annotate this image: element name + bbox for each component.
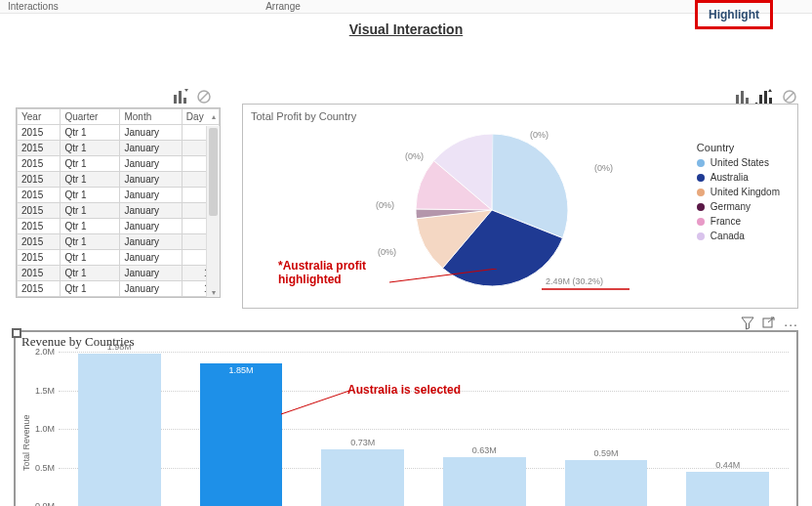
table-row[interactable]: 2015Qtr 1January10 xyxy=(18,266,220,281)
pie-slice-label: (0%) xyxy=(405,151,424,161)
table-row[interactable]: 2015Qtr 1January4 xyxy=(18,172,220,188)
bar-chart-visual[interactable]: Revenue by Countries 0.0M0.5M1.0M1.5M2.0… xyxy=(14,330,798,506)
bar[interactable]: 0.44M xyxy=(686,472,769,506)
bar-data-label: 0.63M xyxy=(443,445,526,455)
ribbon-tab-arrange[interactable]: Arrange xyxy=(137,0,429,13)
svg-line-16 xyxy=(281,391,349,414)
svg-rect-5 xyxy=(736,95,739,104)
svg-line-12 xyxy=(786,93,793,101)
bar-data-label: 1.98M xyxy=(78,342,161,352)
legend-item[interactable]: United States xyxy=(697,157,780,168)
svg-rect-0 xyxy=(174,95,177,104)
table-header[interactable]: Month xyxy=(120,109,182,125)
y-tick: 1.5M xyxy=(21,386,55,396)
pie-slice-label: (0%) xyxy=(594,163,613,173)
ribbon-tab-interactions[interactable]: Interactions xyxy=(0,0,137,13)
table-row[interactable]: 2015Qtr 1January6 xyxy=(18,203,220,219)
bar-data-label: 0.44M xyxy=(686,460,769,470)
filter-mode-icon[interactable] xyxy=(172,88,189,105)
table-row[interactable]: 2015Qtr 1January12 xyxy=(18,297,220,299)
pie-legend: Country United StatesAustraliaUnited Kin… xyxy=(697,142,780,245)
pie-slice-label: (0%) xyxy=(376,200,394,210)
table-header[interactable]: Quarter xyxy=(61,109,120,125)
svg-rect-2 xyxy=(183,98,186,104)
table-row[interactable]: 2015Qtr 1January11 xyxy=(18,281,220,297)
legend-item[interactable]: France xyxy=(697,216,780,227)
bar[interactable]: 0.63M xyxy=(443,457,526,506)
bar[interactable]: 1.85M xyxy=(200,363,283,506)
table-row[interactable]: 2015Qtr 1January3 xyxy=(18,156,220,172)
y-tick: 0.0M xyxy=(21,501,55,506)
none-mode-icon[interactable] xyxy=(195,88,213,105)
table-row[interactable]: 2015Qtr 1January8 xyxy=(18,234,220,250)
bar-annotation: Australia is selected xyxy=(347,383,461,397)
svg-line-4 xyxy=(200,93,208,101)
svg-rect-6 xyxy=(741,91,744,104)
svg-rect-9 xyxy=(764,91,767,104)
svg-line-13 xyxy=(389,269,497,282)
bar[interactable]: 0.59M xyxy=(565,460,648,506)
page-title: Visual Interaction xyxy=(0,14,812,47)
table-visual[interactable]: YearQuarterMonthDay2015Qtr 1January12015… xyxy=(16,107,221,298)
table-row[interactable]: 2015Qtr 1January5 xyxy=(18,188,220,203)
svg-rect-8 xyxy=(759,95,762,104)
legend-item[interactable]: Canada xyxy=(697,231,780,241)
legend-item[interactable]: Germany xyxy=(697,201,780,212)
table-row[interactable]: 2015Qtr 1January9 xyxy=(18,250,220,266)
pie-chart-visual[interactable]: Total Profit by Country Country United S… xyxy=(242,104,798,309)
bar-data-label: 1.85M xyxy=(200,365,283,375)
table-header[interactable]: Year xyxy=(18,109,61,125)
y-axis-label: Total Revenue xyxy=(21,414,31,471)
y-tick: 2.0M xyxy=(21,347,55,357)
legend-item[interactable]: Australia xyxy=(697,172,780,183)
scrollbar[interactable]: ▴ ▾ xyxy=(206,126,220,297)
pie-title: Total Profit by Country xyxy=(243,105,797,122)
svg-rect-1 xyxy=(179,91,182,104)
bar-data-label: 0.73M xyxy=(321,438,404,447)
pie-highlight-label: 2.49M (30.2%) xyxy=(546,276,603,286)
pie-annotation: *Australia profit highlighted xyxy=(278,259,395,287)
bar[interactable]: 0.73M xyxy=(321,449,404,506)
legend-item[interactable]: United Kingdom xyxy=(697,187,780,197)
bar[interactable]: 1.98M xyxy=(78,354,161,506)
highlight-command[interactable]: Highlight xyxy=(695,0,773,29)
pie-slice-label: (0%) xyxy=(530,130,548,140)
table-row[interactable]: 2015Qtr 1January1 xyxy=(18,125,220,141)
table-row[interactable]: 2015Qtr 1January7 xyxy=(18,219,220,234)
pie-slice-label: (0%) xyxy=(378,247,396,257)
table-row[interactable]: 2015Qtr 1January2 xyxy=(18,141,220,156)
bar-data-label: 0.59M xyxy=(565,448,648,458)
